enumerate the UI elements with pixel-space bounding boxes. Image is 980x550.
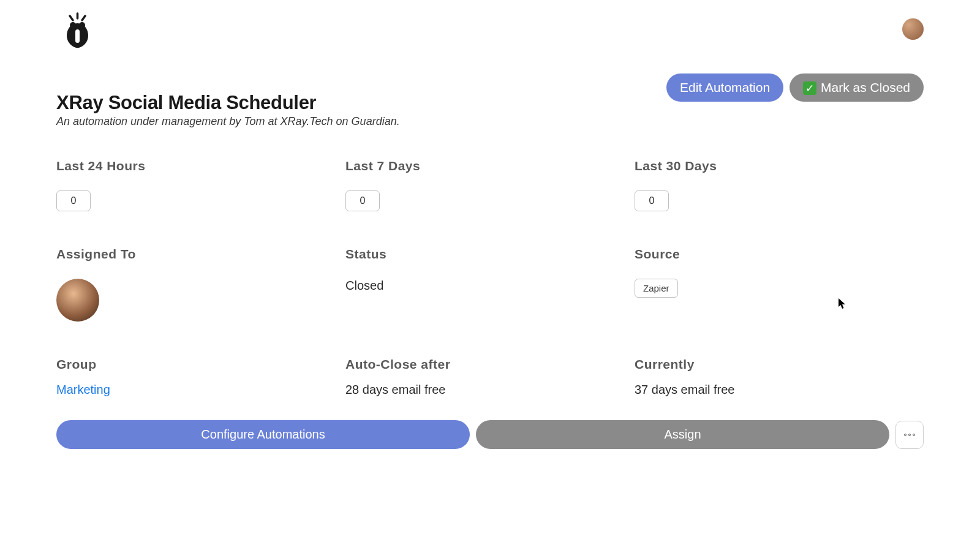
group-link[interactable]: Marketing <box>56 383 110 396</box>
stat-24h-value: 0 <box>56 190 91 211</box>
autoclose-value: 28 days email free <box>345 383 610 397</box>
autoclose-label: Auto-Close after <box>345 357 610 372</box>
currently-value: 37 days email free <box>635 383 899 397</box>
assignee-avatar[interactable] <box>56 279 99 322</box>
assign-button[interactable]: Assign <box>476 420 889 449</box>
user-avatar[interactable] <box>902 18 924 40</box>
source-label: Source <box>635 247 899 262</box>
stat-7d-value: 0 <box>345 190 380 211</box>
app-logo[interactable] <box>64 12 91 49</box>
svg-line-2 <box>82 16 85 20</box>
status-label: Status <box>345 247 610 262</box>
group-label: Group <box>56 357 321 372</box>
more-icon <box>904 434 915 436</box>
svg-line-1 <box>70 16 73 20</box>
assigned-to-label: Assigned To <box>56 247 321 262</box>
mark-as-closed-button[interactable]: ✓Mark as Closed <box>790 73 924 102</box>
stat-30d-value: 0 <box>635 190 669 211</box>
stat-24h-label: Last 24 Hours <box>56 159 321 173</box>
svg-rect-5 <box>75 29 80 43</box>
mark-closed-label: Mark as Closed <box>821 80 910 94</box>
configure-automations-button[interactable]: Configure Automations <box>56 420 470 449</box>
currently-label: Currently <box>635 357 899 372</box>
stat-7d-label: Last 7 Days <box>345 159 610 173</box>
more-options-button[interactable] <box>895 421 924 449</box>
source-pill[interactable]: Zapier <box>635 279 678 298</box>
checkmark-icon: ✓ <box>803 81 816 95</box>
edit-automation-button[interactable]: Edit Automation <box>666 73 783 102</box>
stat-30d-label: Last 30 Days <box>635 159 899 173</box>
status-value: Closed <box>345 279 610 293</box>
page-subtitle: An automation under management by Tom at… <box>56 115 924 128</box>
